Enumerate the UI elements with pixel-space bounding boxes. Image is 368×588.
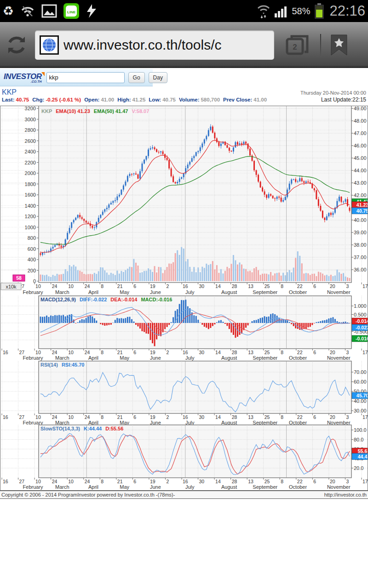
svg-text:10: 10 (35, 283, 41, 289)
svg-text:70.00: 70.00 (354, 369, 367, 375)
svg-text:May: May (120, 355, 129, 361)
svg-text:14: 14 (215, 414, 221, 420)
svg-text:39.00: 39.00 (354, 230, 367, 235)
svg-text:2600: 2600 (25, 138, 36, 144)
status-bar-right: 58% 22:16 (257, 3, 365, 19)
bookmark-button[interactable] (329, 34, 349, 57)
svg-text:2400: 2400 (25, 149, 36, 154)
svg-text:May: May (120, 484, 129, 490)
recycle-icon: ♻ (3, 5, 14, 17)
svg-text:43.00: 43.00 (354, 180, 367, 186)
svg-text:8: 8 (281, 350, 283, 355)
site-url-text: http://investor.co.th (324, 492, 367, 498)
svg-text:25: 25 (264, 414, 270, 420)
svg-text:14: 14 (215, 283, 221, 289)
svg-text:24: 24 (85, 479, 90, 484)
svg-text:27: 27 (19, 414, 25, 420)
svg-text:September: September (253, 289, 277, 295)
svg-text:16: 16 (3, 350, 8, 355)
status-bar-left-icons: ♻ LINE (3, 3, 98, 19)
svg-text:30: 30 (199, 479, 205, 484)
svg-text:28: 28 (232, 283, 237, 289)
investor-logo[interactable]: INVESTOR .CO.TH (4, 72, 42, 83)
svg-text:19: 19 (150, 414, 155, 420)
signal-bars-icon (274, 4, 288, 18)
svg-text:8: 8 (281, 283, 283, 289)
svg-text:20: 20 (330, 283, 335, 289)
symbol-search-input[interactable] (46, 72, 125, 83)
svg-text:17: 17 (362, 479, 368, 484)
svg-text:October: October (289, 484, 307, 490)
svg-text:20: 20 (330, 479, 335, 484)
svg-text:3000: 3000 (25, 117, 36, 122)
svg-text:August: August (221, 420, 237, 425)
battery-icon (314, 3, 325, 19)
svg-text:KKPEMA(10) 41.23EMA(50) 41.47V: KKPEMA(10) 41.23EMA(50) 41.47V:58.07 (41, 108, 149, 114)
svg-text:6: 6 (133, 414, 136, 420)
svg-text:42.00: 42.00 (354, 192, 367, 198)
svg-text:10: 10 (35, 350, 41, 355)
svg-text:August: August (221, 484, 237, 490)
svg-text:25: 25 (264, 283, 270, 289)
copyright-text: Copyright © 2006 - 2014 ProgramInvestor … (1, 492, 175, 498)
symbol-title: KKP (2, 88, 17, 96)
wifi-app-icon (20, 4, 35, 18)
svg-text:8: 8 (281, 479, 283, 484)
svg-text:13: 13 (248, 414, 253, 420)
site-toolbar: INVESTOR .CO.TH Go Day (0, 69, 153, 86)
url-bar[interactable]: www.investor.co.th/tools/c (35, 30, 274, 60)
svg-text:25: 25 (264, 350, 270, 355)
quote-header: KKP Thursday 20-Nov-2014 00:00 Last:40.7… (0, 87, 368, 106)
site-favicon (40, 35, 59, 55)
url-text: www.investor.co.th/tools/c (63, 37, 221, 53)
svg-text:13: 13 (248, 479, 253, 484)
svg-text:100.0: 100.0 (354, 427, 367, 433)
svg-text:45.00: 45.00 (354, 155, 367, 161)
svg-text:1800: 1800 (25, 181, 36, 187)
svg-text:10: 10 (68, 479, 74, 484)
svg-text:10: 10 (35, 414, 41, 420)
svg-text:3: 3 (346, 350, 349, 355)
day-button[interactable]: Day (149, 72, 167, 83)
svg-text:6: 6 (133, 479, 136, 484)
svg-text:6: 6 (133, 350, 136, 355)
svg-text:2000: 2000 (25, 170, 36, 176)
svg-text:May: May (120, 289, 129, 295)
svg-text:2: 2 (166, 350, 169, 355)
svg-text:October: October (289, 289, 307, 295)
svg-text:3: 3 (346, 479, 349, 484)
logo-triangle-icon (41, 72, 45, 76)
svg-text:1400: 1400 (25, 203, 36, 209)
svg-text:May: May (120, 420, 129, 425)
svg-text:19: 19 (150, 283, 155, 289)
tab-count: 2 (293, 43, 297, 51)
svg-text:RSI(14)RSI:45.70: RSI(14)RSI:45.70 (40, 362, 84, 368)
svg-text:1000: 1000 (25, 225, 36, 230)
quote-datetime: Thursday 20-Nov-2014 00:00 (300, 90, 366, 96)
flash-icon (86, 4, 98, 18)
svg-text:November: November (327, 420, 351, 425)
svg-text:July: July (185, 484, 195, 490)
svg-text:48.00: 48.00 (354, 118, 367, 124)
refresh-button[interactable] (5, 33, 29, 57)
svg-text:22: 22 (297, 479, 303, 484)
go-button[interactable]: Go (128, 72, 145, 83)
svg-text:21: 21 (117, 479, 123, 484)
clock: 22:16 (329, 3, 365, 19)
svg-text:8: 8 (101, 350, 104, 355)
svg-text:200: 200 (28, 268, 36, 273)
svg-text:30: 30 (199, 414, 205, 420)
svg-text:22: 22 (297, 350, 303, 355)
svg-text:8: 8 (101, 479, 104, 484)
last-update: Last Update:22:15 (321, 96, 366, 103)
tabs-button[interactable]: 2 (284, 34, 310, 57)
svg-text:28: 28 (232, 414, 237, 420)
svg-text:June: June (150, 355, 161, 361)
svg-text:24: 24 (52, 350, 58, 355)
svg-text:-0.016: -0.016 (356, 336, 368, 341)
svg-text:-0.022: -0.022 (356, 325, 368, 330)
svg-text:8: 8 (101, 283, 104, 289)
svg-text:22: 22 (297, 283, 303, 289)
svg-text:3200: 3200 (25, 106, 36, 111)
svg-text:June: June (150, 420, 161, 425)
